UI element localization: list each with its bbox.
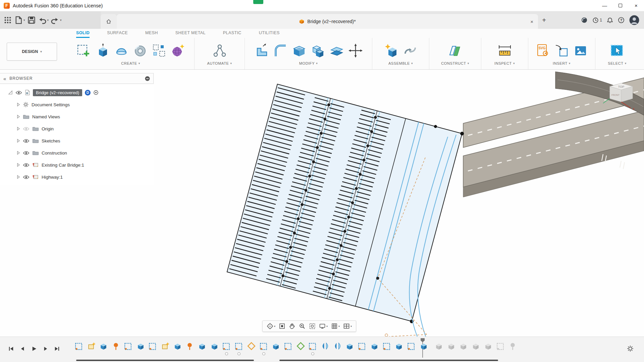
timeline-feature-diamond-o-icon[interactable] [247, 342, 256, 351]
grid-display-icon[interactable]: ▾ [330, 322, 340, 330]
timeline-feature-extrude-icon[interactable] [210, 342, 219, 351]
minimize-button[interactable]: — [597, 0, 612, 11]
create-sketch-icon[interactable] [76, 43, 92, 58]
undo-caret[interactable]: ▾ [47, 18, 49, 22]
tree-row-existing-car-bridge[interactable]: Existing Car Bridge:1 [0, 159, 154, 171]
visibility-eye-off-icon[interactable] [23, 127, 30, 131]
timeline-feature-sketch-icon[interactable] [407, 342, 416, 351]
visibility-eye-icon[interactable] [23, 175, 30, 179]
viewports-icon[interactable]: ▾ [342, 322, 353, 330]
step-forward-button[interactable] [41, 345, 50, 352]
free-orbit-icon[interactable]: ▾ [266, 322, 276, 330]
timeline-feature-component-icon[interactable] [87, 342, 96, 351]
timeline-feature-mirror-icon[interactable] [321, 342, 330, 351]
tab-sheet-metal[interactable]: SHEET METAL [175, 31, 206, 38]
measure-icon[interactable] [497, 43, 513, 58]
visibility-eye-icon[interactable] [23, 151, 30, 155]
tab-solid[interactable]: SOLID [76, 31, 90, 38]
expand-chevron-icon[interactable] [17, 163, 20, 167]
default-units-badge[interactable]: D [85, 90, 91, 96]
visibility-eye-icon[interactable] [23, 139, 30, 143]
expand-chevron-icon[interactable] [17, 175, 20, 179]
user-avatar[interactable] [629, 15, 639, 25]
split-body-icon[interactable] [329, 43, 344, 58]
timeline-feature-sketch-icon[interactable] [496, 342, 505, 351]
timeline-feature-extrude-icon[interactable] [136, 342, 145, 351]
extrude-icon[interactable] [95, 43, 110, 58]
pan-icon[interactable] [288, 322, 296, 330]
select-group-dropdown[interactable]: SELECT▾ [608, 61, 627, 65]
timeline-feature-sketch-icon[interactable] [358, 342, 367, 351]
fit-icon[interactable] [308, 322, 316, 330]
pattern-icon[interactable] [151, 43, 167, 58]
select-icon[interactable] [609, 43, 625, 58]
timeline-feature-sketch-icon[interactable] [124, 342, 133, 351]
browser-collapse-icon[interactable]: « [3, 76, 6, 81]
job-status-icon[interactable] [581, 17, 588, 23]
construction-plane-icon[interactable] [447, 43, 463, 58]
timeline-feature-extrude-icon[interactable] [394, 342, 404, 351]
construction-circle[interactable] [385, 334, 388, 337]
tree-row-named-views[interactable]: Named Views [0, 111, 154, 123]
recent-jobs[interactable]: 1 [592, 17, 602, 23]
canvas-icon[interactable] [573, 43, 588, 58]
home-tab[interactable] [101, 14, 117, 29]
tree-row-root[interactable]: Bridge (v2~recovered) D [0, 86, 154, 99]
visibility-eye-icon[interactable] [15, 90, 22, 95]
joint-icon[interactable] [402, 43, 418, 58]
tree-row-origin[interactable]: Origin [0, 123, 154, 135]
move-icon[interactable] [348, 43, 363, 58]
go-to-end-button[interactable] [52, 345, 61, 352]
step-back-button[interactable] [18, 345, 27, 352]
timeline-feature-pin-icon[interactable] [111, 342, 120, 351]
timeline-feature-extrude-icon[interactable] [419, 342, 428, 351]
timeline-group-badge[interactable] [262, 352, 265, 355]
timeline-feature-component-icon[interactable] [161, 342, 170, 351]
app-grid-menu-icon[interactable] [3, 16, 12, 24]
insert-derive-icon[interactable] [554, 43, 570, 58]
timeline-feature-sketch-icon[interactable] [382, 342, 391, 351]
timeline-feature-extrude-icon[interactable] [345, 342, 354, 351]
tab-surface[interactable]: SURFACE [107, 31, 128, 38]
timeline-feature-sketch-icon[interactable] [74, 342, 84, 351]
file-menu-icon[interactable] [14, 16, 23, 24]
tree-row-document-settings[interactable]: Document Settings [0, 99, 154, 111]
undo-icon[interactable] [38, 16, 47, 24]
timeline-feature-pin-icon[interactable] [185, 342, 194, 351]
viewcube-top-label[interactable]: TOP [618, 85, 624, 88]
timeline-feature-extrude-icon[interactable] [173, 342, 182, 351]
design-workspace-menu[interactable]: DESIGN▾ [7, 43, 57, 61]
timeline-feature-extrude-icon[interactable] [198, 342, 207, 351]
timeline-feature-pin-icon[interactable] [508, 342, 517, 351]
create-form-icon[interactable] [170, 43, 185, 58]
save-icon[interactable] [27, 16, 36, 24]
fillet-icon[interactable] [273, 43, 288, 58]
look-at-icon[interactable] [278, 322, 286, 330]
timeline-feature-extrude-icon[interactable] [271, 342, 280, 351]
insert-svg-icon[interactable]: SVG [535, 43, 551, 58]
timeline-feature-sketch-icon[interactable] [234, 342, 244, 351]
timeline-feature-sketch-icon[interactable] [284, 342, 293, 351]
expand-chevron-icon[interactable] [17, 103, 20, 107]
timeline-feature-sketch-icon[interactable] [259, 342, 268, 351]
play-button[interactable] [30, 345, 38, 352]
ground-target-icon[interactable] [93, 90, 99, 95]
modify-group-dropdown[interactable]: MODIFY▾ [299, 61, 318, 65]
document-tab[interactable]: Bridge (v2~recovered)* × [117, 14, 538, 29]
tree-row-construction[interactable]: Construction [0, 147, 154, 159]
document-tab-close-icon[interactable]: × [530, 19, 533, 24]
go-to-start-button[interactable] [7, 345, 15, 352]
bridge-sketch[interactable] [226, 82, 464, 324]
tree-row-highway[interactable]: Highway:1 [0, 171, 154, 183]
display-settings-icon[interactable]: ▾ [318, 322, 328, 330]
timeline-feature-diamond-g-icon[interactable] [296, 342, 305, 351]
timeline-feature-sketch-icon[interactable] [148, 342, 157, 351]
help-icon[interactable]: ? [618, 17, 625, 23]
timeline-feature-sketch-icon[interactable] [308, 342, 317, 351]
file-menu-caret[interactable]: ▾ [23, 18, 25, 22]
timeline-feature-sketch-icon[interactable] [222, 342, 231, 351]
timeline-settings-gear-icon[interactable] [627, 345, 634, 352]
timeline-feature-extrude-icon[interactable] [471, 342, 480, 351]
press-pull-icon[interactable] [254, 43, 269, 58]
tree-row-sketches[interactable]: Sketches [0, 135, 154, 147]
